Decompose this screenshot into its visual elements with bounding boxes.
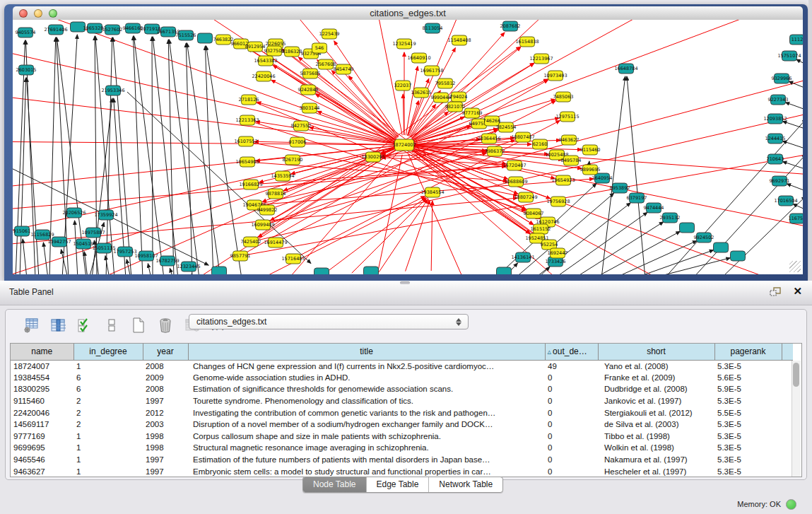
graph-node-label: 10975887 <box>81 230 105 235</box>
tab-edge-table[interactable]: Edge Table <box>367 477 430 492</box>
graph-node-label: 19166825 <box>239 182 262 187</box>
select-all-rows-icon[interactable] <box>76 317 93 333</box>
table-row[interactable]: 911546021997Tourette syndrome. Phenomeno… <box>11 395 793 407</box>
scrollbar-thumb[interactable] <box>793 363 799 387</box>
graph-node[interactable] <box>198 33 213 43</box>
network-view-window[interactable]: citations_edges.txt 94055742769140610653… <box>4 4 808 281</box>
graph-node-label: 1225439 <box>319 31 340 37</box>
graph-node-label: 1244415 <box>765 136 786 141</box>
table-row[interactable]: 1456911722003Disruption of a novel membe… <box>11 419 793 431</box>
column-header-short[interactable]: short <box>598 344 714 360</box>
cell-pagerank: 5.3E-5 <box>714 442 782 454</box>
cell-year: 2003 <box>143 419 188 431</box>
cell-short: Dudbridge et al. (2008) <box>598 383 714 395</box>
graph-node-label: 10688609 <box>504 179 527 185</box>
graph-node-label: 16107552 <box>234 139 257 144</box>
graph-node-label: 8267190 <box>283 157 303 163</box>
cell-out_degree: 0 <box>545 431 598 443</box>
graph-node-label: 12323445 <box>177 264 200 269</box>
graph-node-label: 18300295 <box>361 154 384 160</box>
graph-node-label: 917006 <box>289 139 307 145</box>
close-window-button[interactable] <box>19 9 28 18</box>
graph-node-label: 15751074 <box>777 53 801 59</box>
table-row[interactable]: 1938455462009Genome-wide association stu… <box>11 372 793 384</box>
delete-table-icon[interactable] <box>157 317 174 333</box>
network-graph-canvas[interactable]: 9405574276914061065328715276029466160107… <box>13 20 803 274</box>
graph-node-label: 9499822 <box>257 207 278 213</box>
cell-pagerank: 5.9E-5 <box>714 383 782 395</box>
cell-year: 2008 <box>143 383 188 395</box>
graph-node-label: 9329966 <box>772 76 792 81</box>
cell-title: Genome-wide association studies in ADHD. <box>188 372 545 384</box>
cell-name: 18724007 <box>11 360 73 372</box>
minimize-window-button[interactable] <box>34 9 42 18</box>
cell-pagerank: 5.3E-5 <box>714 454 782 466</box>
graph-node[interactable] <box>680 223 695 233</box>
table-row[interactable]: 977716911998Corpus callosum shape and si… <box>11 431 793 443</box>
graph-node-label: 16154838 <box>515 39 539 45</box>
create-table-icon[interactable] <box>130 317 147 333</box>
graph-node[interactable] <box>212 267 227 274</box>
graph-node-label: 16914479 <box>264 240 287 245</box>
table-vertical-scrollbar[interactable] <box>792 361 801 477</box>
graph-node-label: 8953892 <box>610 185 630 191</box>
table-row[interactable]: 946362711997Embryonic stem cells: a mode… <box>11 465 793 477</box>
cell-out_degree: 49 <box>545 360 598 372</box>
cell-in_degree: 6 <box>73 383 143 395</box>
graph-node-label: 11156829 <box>30 232 54 238</box>
cell-in_degree: 1 <box>73 465 143 477</box>
canvas-resize-grip[interactable] <box>789 261 801 272</box>
table-selector-dropdown[interactable]: citations_edges.txt <box>189 314 469 329</box>
select-column-icon[interactable] <box>49 317 66 333</box>
graph-node-label: 16782759 <box>155 258 179 264</box>
graph-node-label: 9474444 <box>644 205 664 211</box>
column-header-out_degree[interactable]: ▵out_de… <box>545 344 598 360</box>
splitter-handle[interactable] <box>400 281 410 284</box>
graph-node-label: 19756928 <box>546 199 570 204</box>
deselect-rows-icon[interactable] <box>103 317 120 333</box>
float-panel-icon[interactable] <box>770 287 781 297</box>
background-window-sliver <box>808 0 812 281</box>
window-titlebar[interactable]: citations_edges.txt <box>13 6 803 21</box>
close-panel-icon[interactable]: ✕ <box>793 285 802 298</box>
table-settings-icon[interactable] <box>23 317 40 333</box>
graph-node[interactable] <box>364 267 379 274</box>
cell-in_degree: 2 <box>73 407 143 419</box>
graph-node-label: 7986372 <box>485 148 505 154</box>
column-header-title[interactable]: title <box>188 344 545 360</box>
cell-short: Tibbo et al. (1998) <box>598 431 714 443</box>
tab-network-table[interactable]: Network Table <box>429 477 502 492</box>
column-header-year[interactable]: year <box>143 344 188 360</box>
graph-node-label: 1527602 <box>102 27 123 33</box>
column-header-pagerank[interactable]: pagerank <box>714 344 782 360</box>
graph-node[interactable] <box>714 243 729 252</box>
table-panel: Table Panel ✕ <box>0 281 812 514</box>
cell-in_degree: 2 <box>73 419 143 431</box>
table-row[interactable]: 1872400712008Changes of HCN gene express… <box>11 360 793 372</box>
column-header-name[interactable]: name <box>11 344 73 360</box>
table-row[interactable]: 946554611997Estimation of the future num… <box>11 454 793 466</box>
table-row[interactable]: 969969511998Structural magnetic resonanc… <box>11 442 793 454</box>
graph-node[interactable] <box>314 268 329 274</box>
table-row[interactable]: 1830029562008Estimation of significance … <box>11 383 793 395</box>
tab-node-table[interactable]: Node Table <box>303 477 367 492</box>
graph-node-label: 9878814 <box>266 191 286 197</box>
graph-node-label: 21953346 <box>101 88 124 93</box>
zoom-window-button[interactable] <box>49 9 57 18</box>
cell-short: Stergiakouli et al. (2012) <box>598 407 714 419</box>
graph-node[interactable] <box>497 267 512 274</box>
cell-title: Structural magnetic resonance image aver… <box>188 442 545 454</box>
cell-in_degree: 2 <box>73 395 143 407</box>
cell-short: de Silva et al. (2003) <box>598 419 714 431</box>
graph-node-label: 9777169 <box>462 110 483 116</box>
table-row[interactable]: 2242004622012Investigating the contribut… <box>11 407 793 419</box>
column-header-in_degree[interactable]: in_degree <box>73 344 143 360</box>
graph-node-label: 2087682 <box>500 23 521 29</box>
graph-node-label: 6379197 <box>627 195 647 201</box>
graph-node-label: 12093852 <box>763 116 787 122</box>
graph-node[interactable] <box>731 251 746 261</box>
table-panel-header: Table Panel ✕ <box>0 281 812 305</box>
cell-name: 14569117 <box>11 419 73 431</box>
graph-node-label: 20364456 <box>477 136 500 141</box>
network-graph[interactable]: 9405574276914061065328715276029466160107… <box>13 20 803 274</box>
